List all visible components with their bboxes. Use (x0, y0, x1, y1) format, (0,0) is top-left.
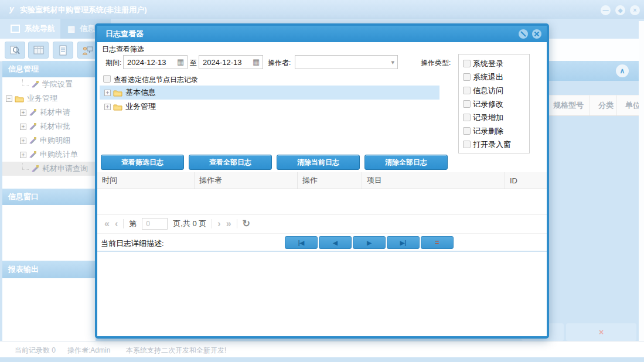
checkbox[interactable] (463, 127, 471, 135)
sidebar-item-consumable-request-query[interactable]: 耗材申请查询 (2, 162, 96, 176)
expand-plus-icon[interactable]: + (104, 90, 111, 96)
folder-icon (15, 95, 24, 103)
expand-plus-icon[interactable]: + (20, 152, 26, 158)
clear-all-logs-button[interactable]: 清除全部日志 (364, 155, 448, 170)
sidebar-item-purchase-detail[interactable]: + 申购明细 (2, 134, 96, 148)
optype-record-delete[interactable]: 记录删除 (463, 124, 529, 138)
optype-record-modify[interactable]: 记录修改 (463, 97, 529, 111)
expand-plus-icon[interactable]: + (20, 110, 26, 116)
search-button[interactable] (5, 42, 25, 59)
operation-type-label: 操作类型: (421, 58, 451, 68)
operator-select[interactable]: ▾ (295, 55, 398, 69)
right-scroll-strip[interactable] (639, 21, 644, 341)
tab-system-navigation[interactable]: 系统导航 (4, 19, 62, 39)
checkbox[interactable] (463, 60, 471, 67)
checkbox[interactable] (463, 73, 471, 81)
dialog-tree-item-business-management[interactable]: + 业务管理 (100, 100, 439, 114)
tool-icon (31, 165, 39, 173)
sidebar-item-consumable-request[interactable]: + 耗材申请 (2, 105, 96, 119)
window-title: 实验室耗材申购管理系统(非注册用户) (20, 5, 147, 15)
tree-item-label: 业务管理 (27, 93, 57, 104)
optype-record-add[interactable]: 记录增加 (463, 111, 529, 124)
log-column-action[interactable]: 操作 (298, 172, 362, 189)
log-viewer-dialog: 日志查看器 日志查看筛选 期间: ▦ 至 ▦ 操作者: ▾ 操作类型: (95, 23, 549, 339)
detail-label: 当前日志详细描述: (101, 238, 164, 249)
next-page-button[interactable]: › (217, 219, 220, 228)
optype-open-entry-window[interactable]: 打开录入窗 (463, 138, 529, 151)
document-button[interactable] (53, 42, 73, 59)
minimize-button[interactable]: — (601, 5, 611, 15)
checkbox[interactable] (463, 87, 471, 94)
content-close-button[interactable]: × (566, 323, 636, 341)
log-column-operator[interactable]: 操作者 (195, 172, 298, 189)
sidebar-item-business-management[interactable]: − 业务管理 (2, 91, 96, 105)
close-button[interactable]: × (630, 5, 640, 15)
refresh-icon[interactable]: ↻ (243, 219, 250, 228)
nav-delete-button[interactable]: = (421, 236, 454, 249)
folder-icon (113, 89, 122, 97)
node-filter-checkbox[interactable] (103, 75, 111, 83)
filter-group-label: 日志查看筛选 (102, 45, 144, 54)
log-column-time[interactable]: 时间 (97, 172, 195, 189)
sidebar-item-purchase-statistics[interactable]: + 申购统计单 (2, 148, 96, 162)
column-category[interactable]: 分类 (590, 95, 617, 115)
sidebar-item-college-settings[interactable]: 学院设置 (2, 77, 96, 91)
calendar-icon[interactable]: ▦ (253, 58, 260, 66)
maximize-button[interactable]: ◆ (615, 5, 625, 15)
panel-header-info-window[interactable]: 信息窗口 (2, 189, 96, 205)
log-column-id[interactable]: ID (505, 172, 547, 189)
node-filter-label: 查看选定信息节点日志记录 (114, 75, 198, 85)
optype-system-logout[interactable]: 系统退出 (463, 70, 529, 84)
period-label: 期间: (105, 58, 121, 68)
collapse-minus-icon[interactable]: − (6, 95, 12, 102)
nav-last-icon: ▶| (400, 240, 407, 246)
app-logo-icon: y (9, 4, 14, 13)
clear-current-logs-button[interactable]: 清除当前日志 (277, 155, 360, 170)
data-grid-button[interactable] (28, 42, 49, 59)
dialog-tree-item-basic-info[interactable]: + 基本信息 (100, 86, 439, 100)
tree-item-label: 业务管理 (125, 101, 156, 112)
divider (237, 219, 237, 228)
nav-next-icon: ▶ (367, 240, 372, 246)
expand-plus-icon[interactable]: + (104, 104, 111, 110)
checkbox[interactable] (463, 114, 471, 121)
optype-system-login[interactable]: 系统登录 (463, 57, 529, 70)
log-detail-memo[interactable] (97, 252, 547, 336)
window-controls: — ◆ × (601, 5, 640, 15)
prev-page-button[interactable]: ‹ (115, 219, 118, 228)
view-filtered-logs-button[interactable]: 查看筛选日志 (101, 155, 184, 170)
nav-next-button[interactable]: ▶ (353, 236, 386, 249)
expand-plus-icon[interactable]: + (20, 124, 26, 130)
checkbox[interactable] (463, 100, 471, 108)
chevron-up-icon: ∧ (620, 67, 625, 75)
content-grid-header: 规格型号 分类 单位 (545, 95, 644, 116)
content-panel-header: ∧ (545, 61, 639, 81)
nav-first-button[interactable]: |◀ (285, 236, 318, 249)
nav-prev-button[interactable]: ◀ (319, 236, 352, 249)
expand-plus-icon[interactable]: + (20, 138, 26, 144)
panel-header-info-management[interactable]: 信息管理 (2, 61, 96, 77)
dialog-close-button[interactable] (531, 29, 542, 39)
dialog-titlebar[interactable]: 日志查看器 (97, 26, 547, 42)
panel-header-report-output[interactable]: 报表输出 (2, 261, 96, 278)
optype-label: 打开录入窗 (473, 139, 511, 150)
page-number-input[interactable] (142, 218, 168, 230)
view-all-logs-button[interactable]: 查看全部日志 (189, 155, 272, 170)
tree-item-label: 申购统计单 (40, 149, 78, 160)
operator-label: 操作者: (268, 58, 291, 68)
tree-elbow (22, 163, 29, 170)
window-bottom-edge (0, 357, 644, 362)
sidebar-item-consumable-approval[interactable]: + 耗材审批 (2, 119, 96, 134)
first-page-button[interactable]: « (104, 219, 110, 228)
checkbox[interactable] (463, 141, 471, 148)
panel-title: 报表输出 (8, 264, 39, 275)
collapse-panel-button[interactable]: ∧ (616, 64, 629, 77)
tree-item-label: 学院设置 (42, 79, 73, 90)
log-column-item[interactable]: 项目 (362, 172, 505, 189)
last-page-button[interactable]: » (226, 219, 231, 228)
optype-info-access[interactable]: 信息访问 (463, 84, 529, 97)
pin-block-button[interactable] (518, 29, 529, 39)
calendar-icon[interactable]: ▦ (177, 58, 184, 66)
nav-last-button[interactable]: ▶| (387, 236, 420, 249)
column-spec-model[interactable]: 规格型号 (545, 95, 590, 115)
